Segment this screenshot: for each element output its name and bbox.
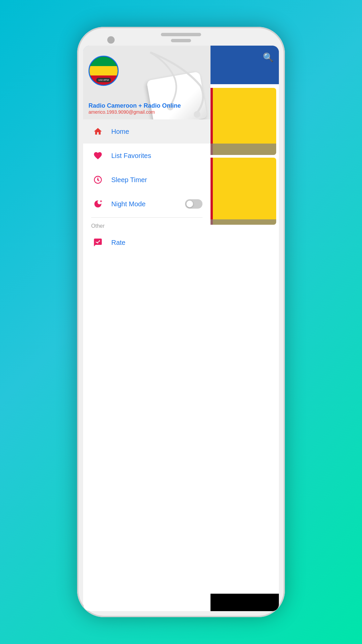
microphone [171,39,191,42]
toggle-knob-night-mode [186,201,193,207]
search-icon[interactable]: 🔍 [263,52,274,63]
phone-frame: 2:37 🔋 [77,27,285,617]
night-mode-toggle[interactable] [185,199,202,209]
menu-label-favorites: List Favorites [111,152,151,160]
navigation-drawer: ★ 102.8FM Radio Cameroon + Radio Online … [83,46,210,611]
menu-label-home: Home [111,128,129,136]
svg-point-12 [99,240,100,242]
menu-item-sleep-timer[interactable]: Sleep Timer [83,168,210,192]
sleep-timer-icon [91,173,105,186]
menu-label-night-mode: Night Mode [111,200,145,208]
menu-item-home[interactable]: Home [83,119,210,144]
menu-item-rate[interactable]: Rate [83,230,210,255]
speaker-top [161,33,201,36]
menu-item-night-mode[interactable]: Night Mode [83,192,210,216]
flag-yellow-2 [213,158,276,225]
home-icon [91,125,105,138]
other-section-label: Other [83,219,210,230]
rate-icon [91,236,105,249]
favorites-icon [91,149,105,162]
night-mode-icon [91,197,105,211]
drawer-menu: Home List Favorites [83,119,210,611]
drawer-email: americo.1993.9090@gmail.com [88,109,205,115]
menu-label-rate: Rate [111,239,125,247]
drawer-app-name: Radio Cameroon + Radio Online [88,102,205,109]
menu-label-sleep-timer: Sleep Timer [111,176,147,184]
front-camera [107,36,115,44]
menu-divider [91,217,202,218]
drawer-header: ★ 102.8FM Radio Cameroon + Radio Online … [83,46,210,119]
svg-point-11 [98,179,98,180]
menu-item-favorites[interactable]: List Favorites [83,144,210,168]
phone-screen: 2:37 🔋 [83,46,279,611]
toggle-switch-night-mode[interactable] [185,199,202,209]
drawer-logo: ★ 102.8FM [88,56,119,86]
logo-frequency: 102.8FM [96,78,111,82]
